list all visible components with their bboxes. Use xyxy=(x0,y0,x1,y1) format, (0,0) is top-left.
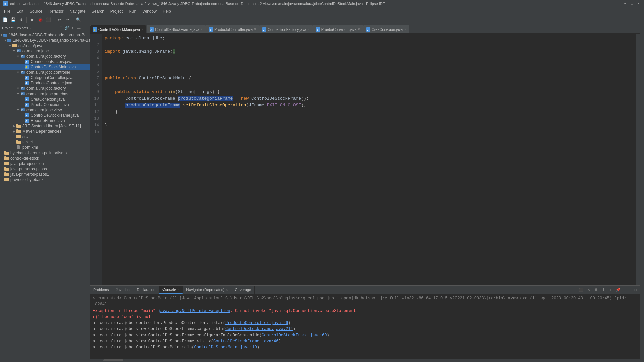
stop-button[interactable]: ⬛ xyxy=(45,16,52,23)
collapse-all-icon[interactable]: ⊟ xyxy=(58,25,63,31)
menu-project[interactable]: Project xyxy=(108,8,125,14)
menu-search[interactable]: Search xyxy=(89,8,107,14)
menu-run[interactable]: Run xyxy=(126,8,139,14)
undo-button[interactable]: ↩ xyxy=(56,16,63,23)
tree-item[interactable]: bytebank-herercia-polimorfismo xyxy=(0,150,90,156)
tree-item[interactable]: java-pila-ejecucion xyxy=(0,161,90,166)
menu-help[interactable]: Help xyxy=(160,8,174,14)
tree-item[interactable]: JControlDeStockMain.java xyxy=(0,64,90,70)
menu-window[interactable]: Window xyxy=(140,8,159,14)
tree-item[interactable]: src xyxy=(0,134,90,139)
editor-tab[interactable]: JCreaConexion.java× xyxy=(363,25,409,33)
maximize-button[interactable]: □ xyxy=(629,1,635,6)
stack4-link[interactable]: ControlDeStockFrame.java:46 xyxy=(213,339,278,344)
bottom-tab-problems[interactable]: Problems xyxy=(90,286,112,294)
console-scroll-end-icon[interactable]: ⬇ xyxy=(600,286,607,293)
minimize-view-icon[interactable]: — xyxy=(76,25,82,31)
bottom-tab-navigator-(deprecated)[interactable]: Navigator (Deprecated)× xyxy=(183,286,231,294)
tree-item[interactable]: ▶JRE System Library [JavaSE-11] xyxy=(0,123,90,129)
tree-item[interactable]: control-de-stock xyxy=(0,156,90,161)
tab-close-icon[interactable]: × xyxy=(358,27,360,31)
code-content[interactable]: package com.alura.jdbc;import javax.swin… xyxy=(102,34,636,285)
editor-tab[interactable]: JConnectionFactory.java× xyxy=(259,25,313,33)
debug-button[interactable]: 🐞 xyxy=(37,16,44,23)
tree-node-label: com.alura.jdbc.view xyxy=(26,108,62,112)
bottom-tab-declaration[interactable]: Declaration xyxy=(133,286,159,294)
scrollbar-thumb[interactable] xyxy=(103,359,123,361)
tab-close-icon[interactable]: × xyxy=(201,27,203,31)
stack5-link[interactable]: ControlDeStockMain.java:10 xyxy=(194,345,257,350)
tab-close-icon[interactable]: × xyxy=(254,27,256,31)
tab-close-icon[interactable]: × xyxy=(404,27,406,31)
sidebar-header: Project Explorer × ⊟ 🔗 ▾ — □ xyxy=(0,24,90,32)
tree-item[interactable]: JConnectionFactory.java xyxy=(0,59,90,64)
tree-item[interactable]: java-primeros-pasos1 xyxy=(0,172,90,177)
tree-item[interactable]: ▼1846-Java-y-JDBC-Trabajando-con-una-Bas… xyxy=(0,32,90,38)
bottom-tab-console[interactable]: Console× xyxy=(159,286,183,294)
search-toolbar-button[interactable]: 🔍 xyxy=(75,16,82,23)
tree-item[interactable]: JProductoController.java xyxy=(0,80,90,86)
tree-item[interactable]: JCreaConexion.java xyxy=(0,97,90,102)
stack1-link[interactable]: ProductoController.java:26 xyxy=(225,321,288,325)
tree-item[interactable]: ▼Pcom.alura.jdbc.pruebas xyxy=(0,91,90,97)
bottom-tab-javadoc[interactable]: Javadoc xyxy=(112,286,133,294)
horizontal-scrollbar[interactable] xyxy=(90,359,640,362)
link-with-editor-icon[interactable]: 🔗 xyxy=(64,25,69,31)
tab-close-icon[interactable]: × xyxy=(308,27,310,31)
tree-item[interactable]: ▼Pcom.alura.jdbc.factory xyxy=(0,86,90,91)
console-terminate-icon[interactable]: ⬛ xyxy=(578,286,585,293)
tree-item[interactable]: ▶Maven Dependencies xyxy=(0,129,90,134)
editor-tab[interactable]: JControlDeStockMain.java× xyxy=(90,25,146,33)
console-pin-icon[interactable]: 📌 xyxy=(615,286,622,293)
tree-item[interactable]: ▼Pcom.alura.jdbc xyxy=(0,48,90,54)
run-button[interactable]: ▶ xyxy=(29,16,36,23)
editor-tab[interactable]: JProductoController.java× xyxy=(206,25,259,33)
maximize-view-icon[interactable]: □ xyxy=(82,25,88,31)
console-minimize-icon[interactable]: — xyxy=(625,286,631,293)
console-output[interactable]: <terminated> ControlDeStockMain (2) [Jav… xyxy=(90,294,640,359)
save-button[interactable]: 💾 xyxy=(9,16,17,23)
bottom-tab-close-icon[interactable]: × xyxy=(226,288,228,292)
console-exception-link[interactable]: java.lang.NullPointerException xyxy=(158,309,230,313)
bottom-tab-close-icon[interactable]: × xyxy=(177,288,179,291)
console-new-icon[interactable]: + xyxy=(607,286,614,293)
new-button[interactable]: 📄 xyxy=(1,16,9,23)
bottom-tab-coverage[interactable]: Coverage xyxy=(231,286,255,294)
tree-item[interactable]: ▼1846-Java-y-JDBC-Trabajando-con-una-Ba.… xyxy=(0,38,90,43)
tree-item[interactable]: ▼src/main/java xyxy=(0,43,90,48)
tree-item[interactable]: JPruebaConexion.java xyxy=(0,102,90,107)
tree-item[interactable]: proyecto-bytebank xyxy=(0,177,90,182)
close-button[interactable]: × xyxy=(636,1,641,6)
redo-button[interactable]: ↪ xyxy=(64,16,71,23)
menu-source[interactable]: Source xyxy=(27,8,45,14)
tree-item[interactable]: JControlDeStockFrame.java xyxy=(0,113,90,118)
editor-tab[interactable]: JPruebaConexion.java× xyxy=(313,25,363,33)
right-panel-collapse[interactable]: ⟩ xyxy=(640,24,644,362)
minimize-button[interactable]: − xyxy=(623,1,628,6)
tree-item[interactable]: pom.xml xyxy=(0,145,90,150)
menu-navigate[interactable]: Navigate xyxy=(67,8,88,14)
tree-node-icon xyxy=(16,124,21,128)
stack2-link[interactable]: ControlDeStockFrame.java:214 xyxy=(225,327,293,331)
print-button[interactable]: 🖨 xyxy=(17,16,25,23)
tree-item[interactable]: JCategoriaController.java xyxy=(0,75,90,80)
console-remove-icon[interactable]: ✕ xyxy=(585,286,592,293)
menu-file[interactable]: File xyxy=(1,8,13,14)
tree-item[interactable]: ▼Pcom.alura.jdbc.factory xyxy=(0,54,90,59)
tree-item[interactable]: ▼Pcom.alura.jdbc.view xyxy=(0,107,90,113)
console-maximize-icon[interactable]: □ xyxy=(632,286,639,293)
tree-node-label: ControlDeStockFrame.java xyxy=(31,113,79,118)
stack3-link[interactable]: ControlDeStockFrame.java:60 xyxy=(262,333,327,338)
tree-node-label: java-primeros-pasos xyxy=(10,167,47,171)
view-menu-icon[interactable]: ▾ xyxy=(70,25,75,31)
editor-tab[interactable]: JControlDeStockFrame.java× xyxy=(147,25,206,33)
tree-item[interactable]: JReporteFrame.java xyxy=(0,118,90,123)
tree-item[interactable]: target xyxy=(0,139,90,145)
console-clear-icon[interactable]: 🗑 xyxy=(593,286,599,293)
menu-edit[interactable]: Edit xyxy=(14,8,26,14)
menu-refactor[interactable]: Refactor xyxy=(46,8,66,14)
tab-close-icon[interactable]: × xyxy=(141,27,143,31)
console-stack5: at com.alura.jdbc.ControlDeStockMain.mai… xyxy=(93,344,637,350)
tree-item[interactable]: ▼Pcom.alura.jdbc.controller xyxy=(0,70,90,75)
tree-item[interactable]: java-primeros-pasos xyxy=(0,166,90,172)
